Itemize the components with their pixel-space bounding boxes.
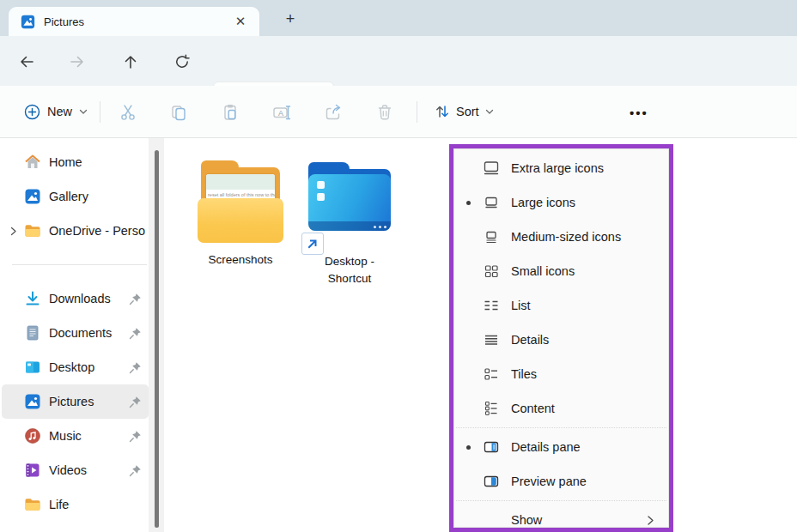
menu-item-small-icons[interactable]: Small icons [454,254,668,288]
sidebar-item-onedrive[interactable]: OneDrive - Perso [2,214,149,248]
new-button[interactable]: New [15,97,96,126]
music-icon [24,427,41,444]
sort-button-label: Sort [456,105,479,118]
pin-icon [129,396,142,408]
folder-icon [24,496,41,513]
command-toolbar: New [0,86,797,138]
yellow-folder-icon: reset all folders of this now to the... [196,159,285,245]
navigation-bar: Start back up Pictures [0,36,797,86]
copy-icon [169,103,188,122]
sidebar-item-gallery[interactable]: Gallery [2,179,149,214]
new-button-label: New [47,105,72,118]
content-icon [482,399,501,418]
trash-icon [375,103,394,122]
menu-divider [456,500,666,501]
pin-icon [129,464,142,477]
forward-arrow-icon [70,55,85,69]
tab-close-icon[interactable]: ✕ [230,11,251,32]
selected-bullet-icon [466,201,471,205]
list-icon [482,296,501,315]
pin-icon [129,361,142,374]
up-arrow-icon [124,54,137,70]
refresh-icon [174,54,190,70]
menu-divider [456,427,666,428]
share-button[interactable] [317,98,350,127]
svg-text:A: A [278,109,283,118]
rename-button[interactable]: A [265,98,298,127]
pictures-icon [24,393,41,410]
sidebar-divider [12,264,147,265]
cut-icon [119,103,137,122]
paste-icon [221,103,240,122]
menu-item-details-pane[interactable]: Details pane [454,430,668,464]
chevron-down-icon [79,109,88,115]
sidebar-item-music[interactable]: Music [2,419,149,453]
forward-button[interactable] [63,48,92,76]
back-button[interactable] [12,48,41,76]
paste-button[interactable] [214,98,246,127]
large-icons-icon [482,193,501,212]
rename-icon: A [271,103,292,122]
blue-desktop-folder-icon [307,162,392,241]
sidebar-scrollbar-track[interactable] [149,138,164,532]
new-tab-button[interactable]: + [278,8,302,30]
home-icon [24,154,41,171]
small-icons-icon [482,262,501,281]
sidebar-item-documents[interactable]: Documents [2,316,149,350]
pin-icon [129,430,142,443]
medium-icons-icon [482,227,501,246]
tab-pictures[interactable]: Pictures ✕ [9,7,259,36]
pin-icon [129,293,142,305]
pictures-icon [21,15,35,29]
tab-bar: Pictures ✕ + [0,0,797,36]
copy-button[interactable] [162,98,195,127]
details-icon [482,330,501,349]
navigation-pane: Home Gallery [0,138,168,532]
videos-icon [24,462,41,479]
menu-item-large-icons[interactable]: Large icons [454,185,668,220]
expand-chevron-icon[interactable] [2,227,24,236]
preview-pane-icon [482,472,501,491]
sidebar-scrollbar-thumb[interactable] [155,150,159,528]
folder-label: Desktop - Shortcut [311,253,388,287]
toolbar-divider [100,101,100,123]
folder-item-desktop-shortcut[interactable]: Desktop - Shortcut [302,162,397,287]
details-pane-icon [482,438,501,456]
up-button[interactable] [116,48,145,76]
folder-item-screenshots[interactable]: reset all folders of this now to the... … [189,159,292,269]
menu-item-details[interactable]: Details [454,323,668,357]
pin-icon [129,327,142,340]
view-dropdown-menu: Extra large icons Large icons Medium-siz… [453,148,669,528]
menu-item-preview-pane[interactable]: Preview pane [454,464,668,499]
more-options-button[interactable]: ••• [624,98,654,127]
menu-item-show[interactable]: Show [454,503,668,532]
menu-item-tiles[interactable]: Tiles [454,357,668,391]
sidebar-item-desktop[interactable]: Desktop [2,350,149,384]
toolbar-divider [417,101,417,123]
sort-button[interactable]: Sort [428,97,501,126]
submenu-chevron-icon [646,515,654,526]
menu-item-extra-large-icons[interactable]: Extra large icons [454,151,668,185]
menu-item-list[interactable]: List [454,288,668,323]
plus-circle-icon [24,104,40,120]
gallery-icon [24,188,41,205]
sidebar-item-life[interactable]: Life [2,487,149,522]
downloads-icon [24,290,41,307]
sidebar-item-downloads[interactable]: Downloads [2,281,149,316]
chevron-down-icon [485,109,494,115]
delete-button[interactable] [368,98,401,127]
view-menu-annotation-box: Extra large icons Large icons Medium-siz… [449,144,673,532]
sidebar-item-videos[interactable]: Videos [2,453,149,487]
menu-item-content[interactable]: Content [454,391,668,426]
sidebar-item-pictures[interactable]: Pictures [2,384,149,419]
tab-title: Pictures [44,15,230,28]
folder-icon [24,222,41,239]
file-explorer-window: Pictures ✕ + [0,0,797,532]
back-arrow-icon [19,55,34,69]
folder-label: Screenshots [189,251,292,269]
share-icon [324,103,343,122]
menu-item-medium-sized-icons[interactable]: Medium-sized icons [454,220,668,254]
cut-button[interactable] [112,98,144,127]
refresh-button[interactable] [167,48,197,76]
sidebar-item-home[interactable]: Home [2,145,149,179]
